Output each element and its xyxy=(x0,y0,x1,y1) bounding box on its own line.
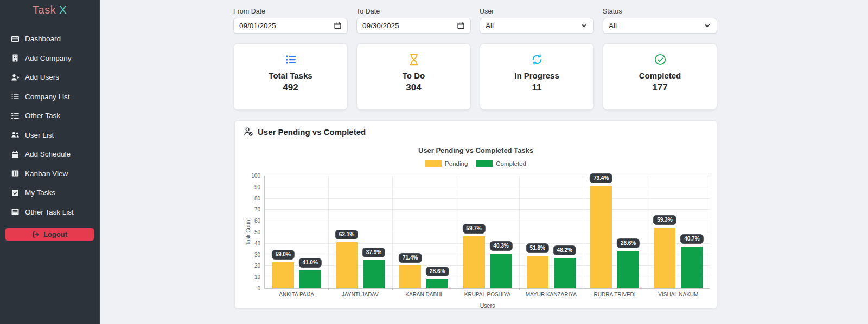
sidebar-nav: DashboardAdd CompanyAdd UsersCompany Lis… xyxy=(0,29,99,222)
to-date-label: To Date xyxy=(356,8,471,15)
sidebar-item-label: Company List xyxy=(25,93,70,101)
dashboard-icon xyxy=(11,35,20,43)
bar-pending[interactable] xyxy=(399,265,421,288)
user-plus-icon xyxy=(11,73,20,82)
stat-card-value: 177 xyxy=(652,82,667,93)
user-filter-field: User All xyxy=(480,8,594,34)
x-category-label: MAYUR KANZARIYA xyxy=(519,291,583,297)
sidebar-item-dashboard[interactable]: Dashboard xyxy=(0,29,99,49)
x-category-label: JAYNTI JADAV xyxy=(328,291,392,297)
status-filter-label: Status xyxy=(603,8,717,15)
legend-label: Pending xyxy=(445,160,468,167)
legend-item-completed[interactable]: Completed xyxy=(476,160,526,167)
bar-completed[interactable] xyxy=(426,279,448,288)
sidebar-item-label: User List xyxy=(25,131,54,139)
bar-value-label: 71.4% xyxy=(399,253,422,263)
gridline xyxy=(265,243,710,244)
to-date-input[interactable]: 09/30/2025 xyxy=(356,18,471,34)
chart-card-header: User Pending vs Completed xyxy=(235,121,717,137)
gridline xyxy=(328,176,329,288)
sidebar-item-other-task-list[interactable]: Other Task List xyxy=(0,203,99,222)
gridline xyxy=(392,176,393,288)
app-logo: TaskX xyxy=(0,0,99,16)
bar-pending[interactable] xyxy=(463,236,485,288)
stat-card-total-tasks: Total Tasks492 xyxy=(233,43,348,110)
stat-card-label: Completed xyxy=(639,71,681,80)
status-filter-select[interactable]: All xyxy=(603,18,717,34)
bar-pending[interactable] xyxy=(654,228,675,288)
bar-completed[interactable] xyxy=(554,258,576,288)
from-date-label: From Date xyxy=(233,8,348,15)
stat-card-label: To Do xyxy=(403,71,425,80)
y-axis-title: Task Count xyxy=(245,176,251,288)
bar-value-label: 40.7% xyxy=(680,234,703,244)
gridline xyxy=(456,176,456,288)
stat-card-to-do: To Do304 xyxy=(356,43,471,110)
logout-button[interactable]: Logout xyxy=(5,228,94,241)
bar-completed[interactable] xyxy=(681,247,703,288)
bar-pending[interactable] xyxy=(272,262,294,288)
bar-completed[interactable] xyxy=(299,270,321,288)
sidebar-item-add-schedule[interactable]: Add Schedule xyxy=(0,145,99,164)
stat-card-value: 11 xyxy=(532,82,542,93)
chevron-down-icon xyxy=(703,22,711,30)
chart-card-title: User Pending vs Completed xyxy=(258,127,366,137)
to-date-value: 09/30/2025 xyxy=(362,22,457,30)
sidebar-item-my-tasks[interactable]: My Tasks xyxy=(0,183,99,203)
bar-pending[interactable] xyxy=(590,186,612,288)
bar-completed[interactable] xyxy=(363,260,385,288)
from-date-field: From Date 09/01/2025 xyxy=(233,8,348,34)
sidebar: TaskX DashboardAdd CompanyAdd UsersCompa… xyxy=(0,0,100,324)
sidebar-item-label: Add Schedule xyxy=(25,150,71,158)
user-filter-label: User xyxy=(480,8,594,15)
sidebar-item-add-users[interactable]: Add Users xyxy=(0,68,99,87)
kanban-icon xyxy=(11,169,20,178)
bar-completed[interactable] xyxy=(490,254,512,288)
user-check-icon xyxy=(244,127,253,137)
from-date-input[interactable]: 09/01/2025 xyxy=(233,18,348,34)
x-category-label: VISHAL NAKUM xyxy=(647,291,710,297)
bar-pending[interactable] xyxy=(527,256,548,288)
chart-card: User Pending vs Completed User Pending v… xyxy=(234,120,717,309)
sidebar-item-label: Kanban View xyxy=(25,170,68,178)
sidebar-item-company-list[interactable]: Company List xyxy=(0,87,99,107)
sidebar-item-kanban-view[interactable]: Kanban View xyxy=(0,164,99,184)
bar-pending[interactable] xyxy=(336,242,358,288)
legend-swatch xyxy=(476,160,493,167)
axis-tick xyxy=(710,288,710,290)
stat-card-completed: Completed177 xyxy=(603,43,717,110)
calendar-icon[interactable] xyxy=(457,22,465,30)
check-circle-icon xyxy=(654,53,667,66)
sidebar-item-other-task[interactable]: Other Task xyxy=(0,106,99,126)
status-filter-value: All xyxy=(609,22,703,30)
x-axis-title: Users xyxy=(265,302,710,309)
bar-completed[interactable] xyxy=(617,251,639,288)
filters-row: From Date 09/01/2025 To Date 09/30/2025 … xyxy=(233,8,717,34)
gridline xyxy=(265,265,710,266)
from-date-value: 09/01/2025 xyxy=(239,22,334,30)
gridline xyxy=(265,209,710,210)
legend-item-pending[interactable]: Pending xyxy=(425,160,468,167)
legend-label: Completed xyxy=(496,160,526,167)
gridline xyxy=(265,277,710,277)
sidebar-item-label: Other Task xyxy=(25,112,60,120)
chevron-down-icon xyxy=(580,22,588,30)
sidebar-item-user-list[interactable]: User List xyxy=(0,126,99,145)
gridline xyxy=(265,198,710,199)
axis-tick xyxy=(647,288,647,290)
sidebar-item-label: Other Task List xyxy=(25,208,74,216)
gridline xyxy=(265,232,710,232)
gridline xyxy=(265,255,710,255)
user-filter-select[interactable]: All xyxy=(480,18,594,34)
gridline xyxy=(265,176,710,176)
sidebar-item-label: Add Users xyxy=(25,73,59,81)
sidebar-item-add-company[interactable]: Add Company xyxy=(0,49,99,68)
bar-value-label: 41.0% xyxy=(298,258,321,268)
bar-value-label: 37.9% xyxy=(362,248,385,257)
gridline xyxy=(519,176,520,288)
chart-plot: 010203040506070809010059.0%62.1%71.4%59.… xyxy=(264,176,710,289)
list-alt-icon xyxy=(11,208,20,216)
stat-cards-row: Total Tasks492To Do304In Progress11Compl… xyxy=(233,43,717,110)
calendar-icon[interactable] xyxy=(334,22,342,30)
calendar-icon xyxy=(11,150,20,159)
